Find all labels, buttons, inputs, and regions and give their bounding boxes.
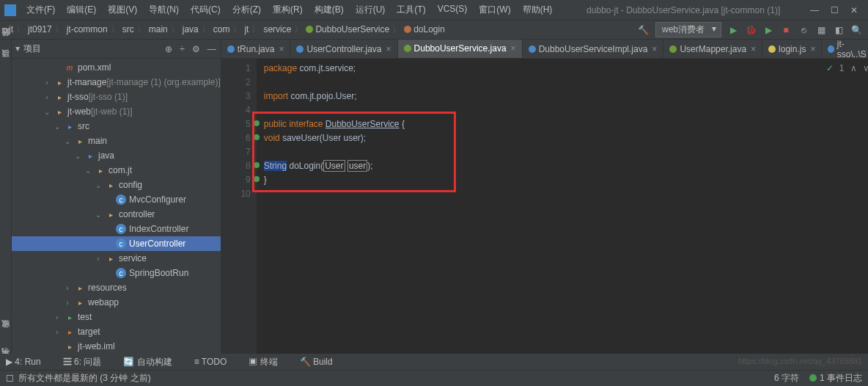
- folder-green-icon: ▸: [65, 312, 75, 322]
- tool-window-button[interactable]: ▶ 4: Run: [6, 357, 41, 367]
- editor-tab[interactable]: DubboUserService.java×: [398, 40, 523, 58]
- tree-node[interactable]: cMvcConfigurer: [12, 192, 221, 207]
- toolbar-icon-2[interactable]: ▦: [815, 24, 827, 36]
- tree-node[interactable]: ⌄▸jt-web [jt-web (1)]: [12, 104, 221, 119]
- watermark: https://blog.csdn.net/qq_43765881: [738, 357, 862, 365]
- menu-item[interactable]: 构建(B): [310, 2, 348, 18]
- menu-item[interactable]: 运行(U): [351, 2, 390, 18]
- run-icon[interactable]: ▶: [727, 24, 739, 36]
- menu-item[interactable]: 代码(C): [186, 2, 225, 18]
- tree-node[interactable]: ›▸webapp: [12, 295, 221, 310]
- breadcrumb-item[interactable]: java: [180, 24, 202, 34]
- tree-node[interactable]: ⌄▸config: [12, 178, 221, 192]
- editor-tab[interactable]: jt-sso\..\S×: [822, 40, 868, 58]
- tree-node[interactable]: ›▸jt-sso [jt-sso (1)]: [12, 90, 221, 104]
- minimize-icon[interactable]: —: [810, 5, 819, 15]
- chevron-up-icon[interactable]: ∧: [850, 62, 857, 76]
- tree-node[interactable]: ›▸resources: [12, 280, 221, 295]
- tool-window-button[interactable]: 🔨 Build: [300, 357, 333, 367]
- folder-icon: ▸: [106, 209, 116, 219]
- project-title[interactable]: 项目: [16, 43, 165, 55]
- editor-tab[interactable]: tRun.java×: [221, 40, 291, 58]
- menu-item[interactable]: 分析(Z): [228, 2, 265, 18]
- tree-node[interactable]: ⌄▸java: [12, 148, 221, 163]
- breadcrumb-item[interactable]: jt: [6, 24, 16, 34]
- tree-node[interactable]: ›▸jt-manage [jt-manage (1) (org.example)…: [12, 75, 221, 90]
- maximize-icon[interactable]: ☐: [831, 5, 839, 15]
- breadcrumb-item[interactable]: jt: [241, 24, 251, 34]
- tree-node[interactable]: ›▸service: [12, 251, 221, 266]
- menu-item[interactable]: VCS(S): [433, 2, 472, 18]
- tool-window-button[interactable]: ≡ TODO: [194, 357, 227, 367]
- breadcrumb-item[interactable]: com: [210, 24, 233, 34]
- breadcrumb-item[interactable]: DubboUserService: [303, 24, 392, 34]
- tree-node[interactable]: ⌄▸main: [12, 134, 221, 148]
- debug-icon[interactable]: 🐞: [745, 24, 757, 36]
- run-config-dropdown[interactable]: web消费者: [655, 22, 721, 37]
- menu-item[interactable]: 工具(T): [392, 2, 430, 18]
- show-tools-icon[interactable]: ☐: [6, 374, 14, 384]
- code-line[interactable]: [264, 76, 868, 90]
- tree-node[interactable]: cUserController: [12, 236, 221, 251]
- breadcrumbs: jt〉jt0917〉jt-common〉src〉main〉java〉com〉jt…: [6, 23, 448, 36]
- inspection-widget[interactable]: ✓ 1 ∧ ∨: [826, 62, 868, 76]
- code-line[interactable]: package com.jt.service;: [264, 62, 868, 76]
- toolbar-icon-1[interactable]: ⎋: [798, 24, 809, 36]
- tool-window-button[interactable]: 🔄 自动构建: [123, 356, 172, 368]
- menu-item[interactable]: 导航(N): [144, 2, 183, 18]
- editor-tab[interactable]: DubboUserServiceImpl.java×: [523, 40, 664, 58]
- tree-node[interactable]: ⌄▸controller: [12, 207, 221, 222]
- tree-node[interactable]: ›▸target: [12, 324, 221, 339]
- breadcrumb-item[interactable]: jt0917: [25, 24, 55, 34]
- close-tab-icon[interactable]: ×: [652, 44, 657, 54]
- tool-window-button[interactable]: ▣ 终端: [249, 356, 277, 368]
- tree-node[interactable]: ⌄▸src: [12, 119, 221, 134]
- stop-icon[interactable]: ■: [780, 24, 792, 36]
- menu-item[interactable]: 重构(R): [268, 2, 307, 18]
- file-m-icon: m: [65, 62, 75, 73]
- tree-node[interactable]: mpom.xml: [12, 60, 221, 75]
- file-c-icon: c: [116, 268, 126, 278]
- breadcrumb-item[interactable]: main: [146, 24, 171, 34]
- menu-item[interactable]: 文件(F): [22, 2, 59, 18]
- editor-tab[interactable]: login.js×: [762, 40, 822, 58]
- code-area: 12345678910 ✓ 1 ∧ ∨ package com.jt.servi…: [221, 59, 868, 370]
- tree-node[interactable]: ›▸test: [12, 310, 221, 324]
- close-tab-icon[interactable]: ×: [751, 44, 756, 54]
- close-icon[interactable]: ✕: [850, 5, 858, 15]
- file-c-icon: c: [116, 238, 126, 249]
- search-icon[interactable]: 🔍: [850, 24, 862, 36]
- tree-node[interactable]: ⌄▸com.jt: [12, 163, 221, 178]
- close-tab-icon[interactable]: ×: [279, 44, 284, 54]
- breadcrumb-item[interactable]: doLogin: [401, 24, 448, 34]
- build-icon[interactable]: 🔨: [638, 24, 650, 36]
- breadcrumb-item[interactable]: jt-common: [64, 24, 111, 34]
- project-tree[interactable]: mpom.xml›▸jt-manage [jt-manage (1) (org.…: [12, 59, 221, 370]
- tree-node[interactable]: cSpringBootRun: [12, 266, 221, 280]
- target-icon[interactable]: ⊕: [165, 44, 172, 54]
- close-tab-icon[interactable]: ×: [810, 44, 815, 54]
- gear-icon[interactable]: ⚙: [192, 44, 200, 54]
- collapse-icon[interactable]: ÷: [180, 44, 185, 54]
- editor-tab[interactable]: UserMapper.java×: [663, 40, 762, 58]
- menu-item[interactable]: 帮助(H): [518, 2, 557, 18]
- chevron-down-icon[interactable]: ∨: [863, 62, 868, 76]
- tree-node[interactable]: cIndexController: [12, 222, 221, 236]
- hide-icon[interactable]: —: [207, 44, 216, 54]
- menu-item[interactable]: 视图(V): [103, 2, 141, 18]
- toolbar-icon-3[interactable]: ◧: [833, 24, 845, 36]
- breadcrumb-item[interactable]: service: [260, 24, 294, 34]
- menu-item[interactable]: 编辑(E): [62, 2, 100, 18]
- tree-node[interactable]: ▸jt-web.iml: [12, 339, 221, 354]
- menu-item[interactable]: 窗口(W): [474, 2, 515, 18]
- coverage-icon[interactable]: ▶: [762, 24, 774, 36]
- breadcrumb-item[interactable]: src: [119, 24, 137, 34]
- editor-tab[interactable]: UserController.java×: [290, 40, 397, 58]
- close-tab-icon[interactable]: ×: [511, 43, 516, 54]
- event-log[interactable]: 1 事件日志: [809, 372, 862, 385]
- code-line[interactable]: import com.jt.pojo.User;: [264, 90, 868, 103]
- close-tab-icon[interactable]: ×: [386, 44, 391, 54]
- code-editor[interactable]: ✓ 1 ∧ ∨ package com.jt.service; import c…: [257, 59, 868, 370]
- tool-window-button[interactable]: ☰ 6: 问题: [63, 356, 102, 368]
- folder-blue-icon: ▸: [65, 121, 75, 131]
